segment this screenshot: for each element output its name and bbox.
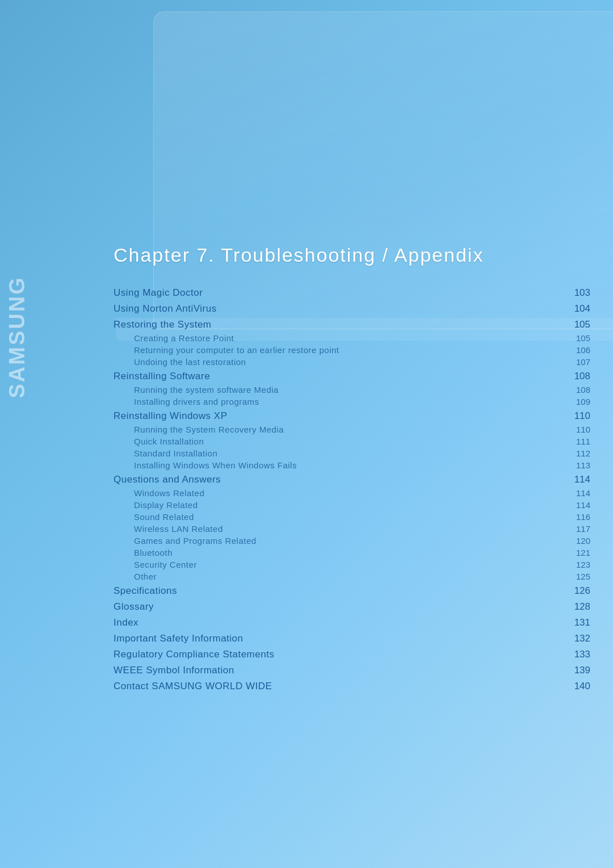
toc-page-number: 113: [562, 460, 590, 470]
toc-entry-label: Sound Related: [134, 512, 194, 522]
toc-sub-entry: Quick Installation111: [114, 435, 590, 447]
toc-dots: [343, 353, 559, 353]
toc-page-number: 108: [562, 371, 590, 382]
toc-page-number: 108: [562, 385, 590, 395]
toc-sub-entry: Returning your computer to an earlier re…: [114, 344, 590, 356]
toc-sub-entry: Running the System Recovery Media110: [114, 423, 590, 435]
toc-main-entry: Glossary128: [114, 598, 590, 614]
toc-entry-label: Security Center: [134, 560, 197, 569]
toc-sub-entry: Games and Programs Related120: [114, 535, 590, 547]
toc-entry-label: Restoring the System: [114, 319, 212, 330]
toc-page-number: 103: [562, 287, 590, 299]
toc-entry-label: Returning your computer to an earlier re…: [134, 345, 339, 355]
toc-dots: [226, 531, 559, 532]
toc-entry-label: Quick Installation: [134, 437, 204, 446]
toc-page-number: 110: [562, 425, 590, 434]
toc-page-number: 104: [562, 303, 590, 315]
toc-sub-entry: Bluetooth121: [114, 547, 590, 559]
toc-entry-label: Installing drivers and programs: [134, 397, 259, 406]
toc-entry-label: Using Norton AntiVirus: [114, 303, 217, 315]
toc-sub-entry: Standard Installation112: [114, 447, 590, 459]
toc-dots: [263, 404, 559, 405]
toc-dots: [176, 555, 559, 556]
toc-page-number: 114: [562, 488, 590, 498]
toc-entry-label: Regulatory Compliance Statements: [114, 649, 274, 660]
toc-page-number: 140: [562, 681, 590, 692]
toc-page-number: 126: [562, 585, 590, 597]
toc-sub-entry: Windows Related114: [114, 487, 590, 499]
toc-page-number: 132: [562, 633, 590, 644]
toc-page-number: 128: [562, 601, 590, 613]
toc-entry-label: Index: [114, 617, 138, 628]
toc-page-number: 114: [562, 500, 590, 510]
toc-page-number: 112: [562, 448, 590, 458]
toc-dots: [221, 456, 559, 456]
toc-page-number: 121: [562, 548, 590, 557]
toc-main-entry: Using Norton AntiVirus104: [114, 300, 590, 316]
toc-page-number: 107: [562, 357, 590, 367]
toc-entry-label: Questions and Answers: [114, 474, 221, 485]
toc-dots: [282, 392, 559, 393]
toc-sub-entry: Installing drivers and programs109: [114, 396, 590, 408]
toc-dots: [208, 496, 559, 496]
toc-page-number: 110: [562, 410, 590, 422]
toc-sub-entry: Undoing the last restoration107: [114, 356, 590, 368]
toc-dots: [249, 364, 559, 365]
toc-entry-label: Standard Installation: [134, 448, 217, 458]
toc-entry-label: Running the System Recovery Media: [134, 425, 284, 434]
toc-page-number: 105: [562, 319, 590, 330]
toc-page-number: 105: [562, 333, 590, 343]
toc-page-number: 123: [562, 560, 590, 569]
toc-dots: [275, 689, 559, 689]
toc-entry-label: Creating a Restore Point: [134, 333, 234, 343]
toc-page-number: 133: [562, 649, 590, 660]
toc-sub-entry: Creating a Restore Point105: [114, 332, 590, 344]
toc-entry-label: Wireless LAN Related: [134, 524, 223, 534]
toc-main-entry: Reinstalling Windows XP110: [114, 408, 590, 423]
chapter-title: Chapter 7. Troubleshooting / Appendix: [114, 244, 590, 266]
toc-entry-label: Running the system software Media: [134, 385, 279, 395]
toc-dots: [278, 657, 559, 657]
toc-dots: [247, 641, 559, 641]
toc-main-entry: WEEE Symbol Information139: [114, 662, 590, 678]
toc-sub-entry: Wireless LAN Related117: [114, 523, 590, 535]
toc-entry-label: Display Related: [134, 500, 198, 510]
toc-main-entry: Reinstalling Software108: [114, 368, 590, 384]
toc-dots: [300, 468, 559, 468]
toc-page-number: 120: [562, 536, 590, 546]
toc-main-entry: Using Magic Doctor103: [114, 284, 590, 300]
toc-dots: [142, 625, 559, 626]
main-content: Chapter 7. Troubleshooting / Appendix Us…: [114, 244, 590, 694]
toc-main-entry: Contact SAMSUNG WORLD WIDE140: [114, 678, 590, 694]
toc-main-entry: Questions and Answers114: [114, 471, 590, 487]
toc-dots: [200, 567, 559, 568]
toc-sub-entry: Security Center123: [114, 559, 590, 571]
toc-entry-label: Reinstalling Windows XP: [114, 410, 227, 422]
toc-main-entry: Index131: [114, 614, 590, 630]
toc-main-entry: Important Safety Information132: [114, 630, 590, 646]
toc-dots: [260, 543, 559, 544]
toc-dots: [201, 508, 559, 508]
toc-dots: [220, 311, 559, 312]
toc-dots: [206, 295, 559, 296]
toc-dots: [180, 593, 559, 594]
toc-dots: [160, 579, 559, 580]
toc-entry-label: Installing Windows When Windows Fails: [134, 460, 297, 470]
toc-sub-entry: Display Related114: [114, 499, 590, 511]
toc-page-number: 116: [562, 512, 590, 522]
toc-entry-label: Bluetooth: [134, 548, 173, 557]
table-of-contents: Using Magic Doctor103Using Norton AntiVi…: [114, 284, 590, 694]
toc-entry-label: Using Magic Doctor: [114, 287, 203, 299]
toc-page-number: 106: [562, 345, 590, 355]
toc-page-number: 125: [562, 572, 590, 581]
toc-main-entry: Specifications126: [114, 582, 590, 598]
toc-dots: [238, 673, 559, 673]
toc-entry-label: Specifications: [114, 585, 177, 597]
toc-entry-label: Other: [134, 572, 157, 581]
toc-dots: [207, 444, 559, 445]
toc-page-number: 139: [562, 665, 590, 676]
toc-dots: [230, 418, 559, 419]
toc-dots: [287, 432, 559, 433]
toc-dots: [224, 482, 559, 483]
samsung-logo: SAMSUNG: [5, 276, 30, 398]
